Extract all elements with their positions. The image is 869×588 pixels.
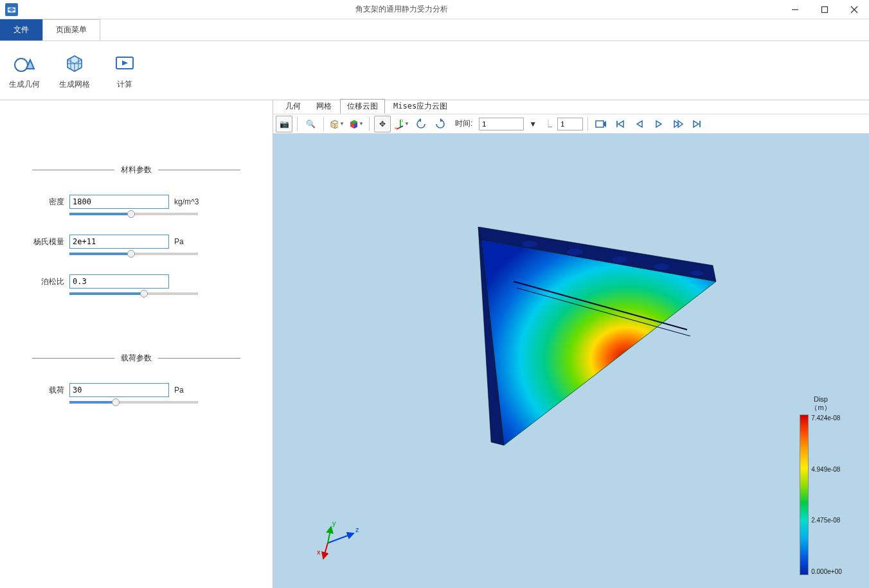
poisson-row: 泊松比: [32, 274, 240, 289]
magnifier-icon: 🔍: [306, 120, 316, 129]
rotate-cw-button[interactable]: [432, 116, 449, 132]
viewer-toolbar: 📷 🔍 ▼ ▼ ✥ yzx▼ 时间: ▼ ⎿: [273, 114, 869, 134]
svg-text:z: z: [355, 526, 359, 533]
camera-icon: 📷: [280, 120, 289, 129]
density-unit: kg/m^3: [174, 197, 206, 206]
ribbon-generate-geometry[interactable]: 生成几何: [5, 44, 44, 97]
load-slider[interactable]: [69, 401, 240, 404]
tab-mises[interactable]: Mises应力云图: [386, 99, 454, 114]
young-slider[interactable]: [69, 253, 240, 255]
svg-point-33: [690, 271, 703, 276]
svg-marker-22: [656, 121, 661, 127]
legend-tick: 0.000e+00: [811, 568, 842, 575]
poisson-slider[interactable]: [69, 292, 240, 295]
next-frame-button[interactable]: [670, 116, 686, 132]
young-unit: Pa: [174, 237, 206, 246]
tab-mesh[interactable]: 网格: [309, 99, 339, 114]
svg-marker-20: [618, 121, 623, 127]
rotate-ccw-button[interactable]: [413, 116, 429, 132]
tab-geometry[interactable]: 几何: [278, 99, 308, 114]
poisson-label: 泊松比: [32, 276, 64, 287]
viewport-canvas[interactable]: Disp（m） 7.424e-08 4.949e-08 2.475e-08 0.…: [273, 134, 869, 588]
legend-colorbar: [800, 414, 809, 575]
load-row: 载荷 Pa: [32, 383, 240, 397]
svg-marker-8: [122, 60, 128, 66]
last-frame-button[interactable]: [689, 116, 706, 132]
cube-color-icon: [348, 118, 357, 130]
density-row: 密度 kg/m^3: [32, 195, 240, 209]
pan-button[interactable]: ✥: [374, 116, 391, 132]
load-unit: Pa: [174, 386, 206, 395]
section-label: 载荷参数: [114, 353, 158, 364]
rotate-cw-icon: [434, 118, 446, 130]
ribbon: 生成几何 生成网格 计算: [0, 41, 869, 100]
move-icon: ✥: [379, 120, 386, 129]
ribbon-label: 生成网格: [59, 79, 90, 90]
snapshot-button[interactable]: 📷: [276, 116, 292, 132]
time-label: 时间:: [451, 118, 476, 129]
minimize-button[interactable]: [780, 0, 810, 19]
svg-point-30: [567, 249, 582, 255]
ribbon-generate-mesh[interactable]: 生成网格: [55, 44, 94, 97]
time-step-input[interactable]: [557, 118, 583, 130]
load-input[interactable]: [69, 383, 169, 397]
step-separator-icon: ⎿: [542, 120, 555, 129]
menu-page-menu[interactable]: 页面菜单: [42, 19, 100, 40]
density-slider[interactable]: [69, 213, 240, 215]
young-input[interactable]: [69, 235, 169, 249]
young-row: 杨氏模量 Pa: [32, 235, 240, 249]
legend-tick: 2.475e-08: [811, 517, 842, 524]
legend-title: Disp（m）: [811, 395, 830, 412]
skip-start-icon: [615, 120, 625, 129]
render-style-dropdown[interactable]: ▼: [328, 116, 345, 132]
axes-dropdown[interactable]: yzx▼: [393, 116, 410, 132]
record-button[interactable]: [593, 116, 609, 132]
density-label: 密度: [32, 197, 64, 208]
svg-line-41: [323, 543, 328, 558]
title-bar: 角支架的通用静力受力分析: [0, 0, 869, 19]
menu-bar: 文件 页面菜单: [0, 19, 869, 41]
maximize-button[interactable]: [810, 0, 839, 19]
ribbon-label: 生成几何: [9, 79, 40, 90]
axes-icon: yzx: [394, 118, 403, 130]
legend-ticks: 7.424e-08 4.949e-08 2.475e-08 0.000e+00: [809, 414, 842, 575]
tab-displacement[interactable]: 位移云图: [340, 99, 385, 114]
section-label: 材料参数: [114, 165, 158, 175]
viewer: 几何 网格 位移云图 Mises应力云图 📷 🔍 ▼ ▼ ✥ yzx▼ 时间: …: [273, 100, 869, 588]
prev-icon: [635, 120, 644, 129]
menu-file[interactable]: 文件: [0, 19, 42, 40]
legend-tick: 4.949e-08: [811, 466, 842, 473]
color-legend: Disp（m） 7.424e-08 4.949e-08 2.475e-08 0.…: [792, 395, 850, 575]
ribbon-compute[interactable]: 计算: [105, 44, 144, 97]
play-button[interactable]: [650, 116, 667, 132]
svg-marker-21: [637, 121, 642, 127]
record-icon: [595, 120, 607, 129]
svg-line-37: [328, 533, 354, 543]
ribbon-label: 计算: [117, 79, 132, 90]
legend-tick: 7.424e-08: [811, 414, 842, 422]
svg-text:y: y: [402, 118, 403, 122]
cube-outline-icon: [329, 118, 338, 130]
prev-frame-button[interactable]: [631, 116, 648, 132]
svg-line-39: [328, 527, 331, 543]
skip-end-icon: [692, 120, 703, 129]
svg-marker-15: [418, 118, 421, 122]
load-section-title: 载荷参数: [32, 353, 240, 364]
poisson-input[interactable]: [69, 274, 169, 289]
svg-rect-2: [822, 6, 828, 12]
next-icon: [673, 120, 683, 129]
color-style-dropdown[interactable]: ▼: [348, 116, 364, 132]
svg-point-32: [654, 263, 669, 270]
sidebar: 材料参数 密度 kg/m^3 杨氏模量 Pa 泊松比: [0, 100, 273, 588]
svg-line-11: [397, 127, 400, 129]
viewer-tabs: 几何 网格 位移云图 Mises应力云图: [273, 100, 869, 114]
rotate-ccw-icon: [415, 118, 427, 130]
close-button[interactable]: [839, 0, 869, 19]
young-label: 杨氏模量: [32, 236, 64, 247]
density-input[interactable]: [69, 195, 169, 209]
zoom-extents-button[interactable]: 🔍: [302, 116, 319, 132]
first-frame-button[interactable]: [612, 116, 629, 132]
mesh-icon: [62, 51, 87, 75]
time-value-input[interactable]: [479, 118, 524, 130]
svg-marker-25: [694, 121, 699, 127]
